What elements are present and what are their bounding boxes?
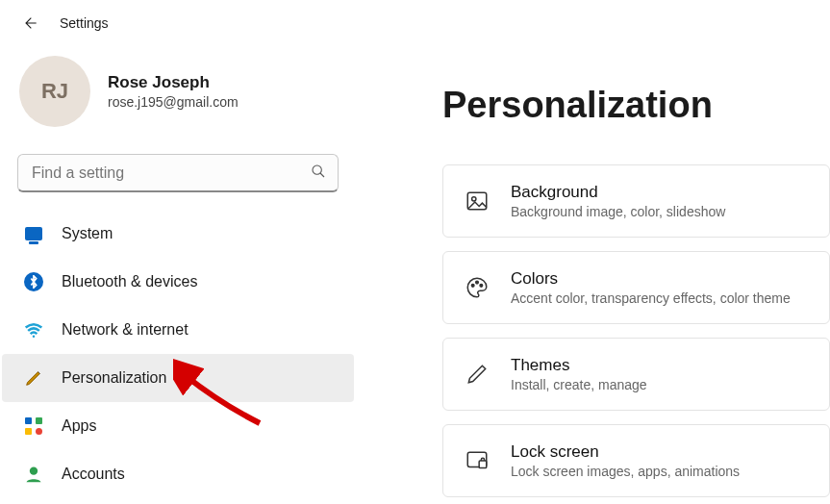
arrow-left-icon bbox=[22, 15, 38, 31]
svg-point-7 bbox=[476, 281, 479, 284]
svg-line-1 bbox=[320, 173, 324, 177]
svg-point-0 bbox=[313, 165, 321, 174]
sidebar-item-apps[interactable]: Apps bbox=[2, 402, 354, 450]
card-title: Colors bbox=[511, 269, 791, 289]
sidebar-item-label: Accounts bbox=[62, 466, 125, 483]
bluetooth-icon bbox=[23, 271, 44, 292]
svg-point-8 bbox=[480, 285, 483, 288]
page-title: Personalization bbox=[442, 85, 830, 126]
search-icon bbox=[311, 164, 326, 183]
card-background[interactable]: Background Background image, color, slid… bbox=[442, 164, 830, 238]
card-lockscreen[interactable]: Lock screen Lock screen images, apps, an… bbox=[442, 424, 830, 497]
card-title: Lock screen bbox=[511, 442, 740, 462]
sidebar-item-label: Network & internet bbox=[62, 321, 189, 339]
window-header: Settings bbox=[0, 0, 830, 46]
sidebar-item-label: System bbox=[62, 225, 113, 242]
sidebar-nav: System Bluetooth & devices Network & int… bbox=[0, 210, 356, 498]
card-themes[interactable]: Themes Install, create, manage bbox=[442, 338, 830, 411]
apps-icon bbox=[23, 416, 44, 437]
card-title: Themes bbox=[511, 356, 647, 375]
card-title: Background bbox=[511, 183, 725, 202]
svg-point-3 bbox=[30, 467, 38, 475]
card-subtitle: Background image, color, slideshow bbox=[511, 204, 725, 219]
search-field[interactable] bbox=[30, 164, 311, 183]
svg-point-2 bbox=[33, 335, 36, 338]
pen-icon bbox=[463, 360, 491, 389]
user-block[interactable]: RJ Rose Joseph rose.j195@gmail.com bbox=[0, 46, 356, 154]
card-subtitle: Install, create, manage bbox=[511, 377, 647, 392]
sidebar-item-personalization[interactable]: Personalization bbox=[2, 354, 354, 402]
person-icon bbox=[23, 464, 44, 485]
image-icon bbox=[463, 187, 491, 215]
sidebar-item-label: Personalization bbox=[62, 369, 166, 387]
user-email: rose.j195@gmail.com bbox=[108, 94, 239, 110]
sidebar-item-network[interactable]: Network & internet bbox=[2, 306, 354, 354]
palette-icon bbox=[463, 273, 491, 302]
sidebar-item-accounts[interactable]: Accounts bbox=[2, 450, 354, 498]
card-colors[interactable]: Colors Accent color, transparency effect… bbox=[442, 251, 830, 324]
back-button[interactable] bbox=[17, 11, 42, 36]
sidebar-item-system[interactable]: System bbox=[2, 210, 354, 258]
sidebar-item-bluetooth[interactable]: Bluetooth & devices bbox=[2, 258, 354, 306]
system-icon bbox=[23, 223, 44, 244]
search-input[interactable] bbox=[17, 154, 339, 192]
paintbrush-icon bbox=[23, 367, 44, 389]
svg-point-5 bbox=[472, 197, 476, 201]
sidebar-item-label: Bluetooth & devices bbox=[62, 273, 197, 290]
wifi-icon bbox=[23, 319, 44, 340]
svg-rect-10 bbox=[479, 461, 487, 468]
sidebar: RJ Rose Joseph rose.j195@gmail.com Syste… bbox=[0, 46, 356, 504]
window-title: Settings bbox=[60, 15, 109, 31]
svg-point-6 bbox=[471, 285, 474, 288]
user-name: Rose Joseph bbox=[108, 73, 239, 92]
lock-screen-icon bbox=[463, 446, 491, 475]
card-subtitle: Accent color, transparency effects, colo… bbox=[511, 290, 791, 306]
sidebar-item-label: Apps bbox=[62, 417, 96, 435]
card-subtitle: Lock screen images, apps, animations bbox=[511, 464, 740, 479]
main-content: Personalization Background Background im… bbox=[356, 46, 830, 504]
avatar: RJ bbox=[19, 56, 90, 127]
